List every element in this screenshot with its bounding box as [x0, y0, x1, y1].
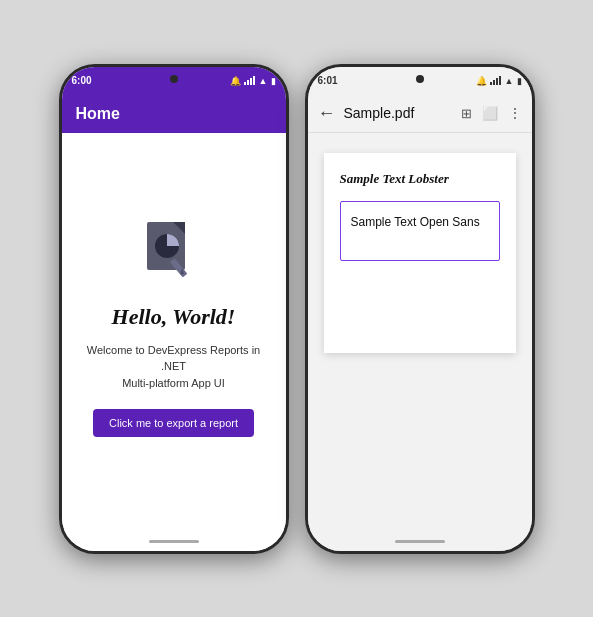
share-icon[interactable]: ⬜	[482, 106, 498, 121]
pdf-opensans-text: Sample Text Open Sans	[351, 215, 480, 229]
report-icon	[139, 218, 209, 288]
content-left: Hello, World! Welcome to DevExpress Repo…	[62, 133, 286, 533]
notification-icon: 🔔	[230, 76, 241, 86]
notification-icon-right: 🔔	[476, 76, 487, 86]
export-button[interactable]: Click me to export a report	[93, 409, 254, 437]
status-icons-right: 🔔 ▲ ▮	[476, 75, 522, 87]
svg-rect-2	[250, 78, 252, 85]
svg-rect-12	[499, 76, 501, 85]
pdf-content: Sample Text Lobster Sample Text Open San…	[308, 133, 532, 533]
hello-world-text: Hello, World!	[112, 304, 236, 330]
pdf-toolbar: ← Sample.pdf ⊞ ⬜ ⋮	[308, 95, 532, 133]
bottom-indicator-right	[395, 540, 445, 543]
svg-rect-9	[490, 82, 492, 85]
pdf-opensans-box: Sample Text Open Sans	[340, 201, 500, 261]
svg-rect-11	[496, 78, 498, 85]
pdf-title: Sample.pdf	[344, 105, 453, 121]
pages-icon[interactable]: ⊞	[461, 106, 472, 121]
pdf-page: Sample Text Lobster Sample Text Open San…	[324, 153, 516, 353]
battery-icon-right: ▮	[517, 76, 522, 86]
wifi-icon: ▲	[259, 76, 268, 86]
time-right: 6:01	[318, 75, 338, 86]
screen-left: 6:00 🔔 ▲	[62, 67, 286, 551]
app-bar-title: Home	[76, 105, 120, 123]
wifi-icon-right: ▲	[505, 76, 514, 86]
svg-rect-1	[247, 80, 249, 85]
signal-icon	[244, 75, 256, 87]
screen-right: 6:01 🔔 ▲ ▮ ←	[308, 67, 532, 551]
bottom-bar-right	[308, 533, 532, 551]
svg-rect-3	[253, 76, 255, 85]
svg-rect-10	[493, 80, 495, 85]
phone-left: 6:00 🔔 ▲	[59, 64, 289, 554]
camera-left	[170, 75, 178, 83]
phone-right: 6:01 🔔 ▲ ▮ ←	[305, 64, 535, 554]
pdf-back-button[interactable]: ←	[318, 103, 336, 124]
bottom-indicator-left	[149, 540, 199, 543]
time-left: 6:00	[72, 75, 92, 86]
app-bar-left: Home	[62, 95, 286, 133]
camera-right	[416, 75, 424, 83]
bottom-bar-left	[62, 533, 286, 551]
pdf-lobster-text: Sample Text Lobster	[340, 171, 500, 187]
scene: 6:00 🔔 ▲	[0, 0, 593, 617]
status-icons-left: 🔔 ▲ ▮	[230, 75, 276, 87]
more-icon[interactable]: ⋮	[508, 105, 522, 121]
battery-icon: ▮	[271, 76, 276, 86]
welcome-text: Welcome to DevExpress Reports in .NET Mu…	[82, 342, 266, 392]
svg-rect-0	[244, 82, 246, 85]
pdf-toolbar-icons: ⊞ ⬜ ⋮	[461, 105, 522, 121]
signal-icon-right	[490, 75, 502, 87]
